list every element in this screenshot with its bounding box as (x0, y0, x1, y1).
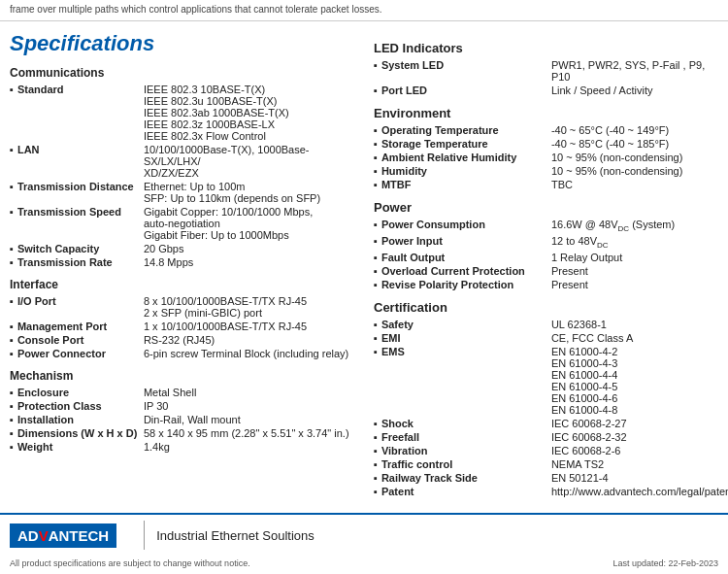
bullet: ▪ (10, 348, 14, 359)
label-switch-capacity: Switch Capacity (17, 243, 144, 254)
bullet: ▪ (10, 441, 14, 453)
bullet: ▪ (10, 295, 14, 307)
logo-antech: ANTECH (49, 527, 110, 544)
value-safety: UL 62368-1 (551, 319, 718, 330)
label-traffic-control: Traffic control (381, 458, 551, 470)
label-power-consumption: Power Consumption (381, 219, 551, 230)
value-switch-capacity: 20 Gbps (144, 243, 354, 254)
spec-traffic-control: ▪ Traffic control NEMA TS2 (374, 458, 718, 470)
label-patent: Patent (381, 486, 551, 497)
spec-fault-output: ▪ Fault Output 1 Relay Output (374, 252, 718, 263)
spec-transmission-speed: ▪ Transmission Speed Gigabit Copper: 10/… (10, 206, 354, 241)
spec-dimensions: ▪ Dimensions (W x H x D) 58 x 140 x 95 m… (10, 427, 354, 439)
spec-installation: ▪ Installation Din-Rail, Wall mount (10, 414, 354, 425)
label-ambient-humidity: Ambient Relative Humidity (381, 152, 551, 163)
value-transmission-rate: 14.8 Mpps (144, 256, 354, 268)
label-mtbf: MTBF (381, 179, 551, 190)
bullet: ▪ (374, 319, 378, 330)
label-overload-current: Overload Current Protection (381, 265, 551, 277)
value-revise-polarity: Present (551, 279, 718, 290)
bullet: ▪ (374, 165, 378, 177)
specs-title: Specifications (10, 31, 354, 56)
spec-ems: ▪ EMS EN 61000-4-2EN 61000-4-3EN 61000-4… (374, 346, 718, 416)
value-patent: http://www.advantech.com/legal/patent (551, 486, 728, 497)
bullet: ▪ (374, 279, 378, 290)
label-dimensions: Dimensions (W x H x D) (17, 427, 144, 439)
footer: ADVANTECH Industrial Ethernet Soultions (0, 513, 728, 556)
spec-console-port: ▪ Console Port RS-232 (RJ45) (10, 334, 354, 346)
spec-revise-polarity: ▪ Revise Polarity Protection Present (374, 279, 718, 290)
spec-protection-class: ▪ Protection Class IP 30 (10, 400, 354, 412)
section-led: LED Indicators (374, 41, 718, 55)
section-interface: Interface (10, 278, 354, 291)
bullet: ▪ (374, 431, 378, 443)
logo-v: V (39, 527, 49, 544)
label-freefall: Freefall (381, 431, 551, 443)
label-humidity: Humidity (381, 165, 551, 177)
value-port-led: Link / Speed / Activity (551, 84, 718, 96)
spec-ambient-humidity: ▪ Ambient Relative Humidity 10 ~ 95% (no… (374, 152, 718, 163)
spec-safety: ▪ Safety UL 62368-1 (374, 319, 718, 330)
footer-logo: ADVANTECH (10, 523, 116, 548)
spec-emi: ▪ EMI CE, FCC Class A (374, 332, 718, 344)
bullet: ▪ (374, 219, 378, 230)
section-mechanism: Mechanism (10, 369, 354, 383)
spec-railway: ▪ Railway Track Side EN 50121-4 (374, 472, 718, 484)
label-transmission-rate: Transmission Rate (17, 256, 144, 268)
value-power-connector: 6-pin screw Terminal Block (including re… (144, 348, 354, 359)
spec-operating-temp: ▪ Operating Temperature -40 ~ 65°C (-40 … (374, 124, 718, 136)
value-mtbf: TBC (551, 179, 718, 190)
spec-vibration: ▪ Vibration IEC 60068-2-6 (374, 445, 718, 456)
left-column: Specifications Communications ▪ Standard… (10, 31, 354, 499)
spec-humidity: ▪ Humidity 10 ~ 95% (non-condensing) (374, 165, 718, 177)
bullet: ▪ (10, 84, 14, 95)
label-weight: Weight (17, 441, 144, 453)
value-enclosure: Metal Shell (144, 387, 354, 398)
bullet: ▪ (10, 400, 14, 412)
label-safety: Safety (381, 319, 551, 330)
top-text: frame over multiple paths which control … (0, 0, 728, 21)
footer-bottom: All product specifications are subject t… (0, 556, 728, 571)
spec-patent: ▪ Patent http://www.advantech.com/legal/… (374, 486, 718, 497)
value-io-port: 8 x 10/100/1000BASE-T/TX RJ-452 x SFP (m… (144, 295, 354, 319)
value-transmission-distance: Ethernet: Up to 100mSFP: Up to 110km (de… (144, 181, 354, 204)
spec-io-port: ▪ I/O Port 8 x 10/100/1000BASE-T/TX RJ-4… (10, 295, 354, 319)
bullet: ▪ (10, 206, 14, 218)
spec-management-port: ▪ Management Port 1 x 10/100/1000BASE-T/… (10, 321, 354, 332)
bullet: ▪ (374, 486, 378, 497)
value-vibration: IEC 60068-2-6 (551, 445, 718, 456)
value-installation: Din-Rail, Wall mount (144, 414, 354, 425)
value-shock: IEC 60068-2-27 (551, 418, 718, 429)
bullet: ▪ (374, 346, 378, 357)
label-management-port: Management Port (17, 321, 144, 332)
bullet: ▪ (374, 235, 378, 247)
bullet: ▪ (10, 181, 14, 192)
bullet: ▪ (374, 265, 378, 277)
spec-freefall: ▪ Freefall IEC 60068-2-32 (374, 431, 718, 443)
bullet: ▪ (10, 334, 14, 346)
spec-weight: ▪ Weight 1.4kg (10, 441, 354, 453)
bullet: ▪ (374, 418, 378, 429)
value-power-input: 12 to 48VDC (551, 235, 718, 250)
spec-power-connector: ▪ Power Connector 6-pin screw Terminal B… (10, 348, 354, 359)
value-management-port: 1 x 10/100/1000BASE-T/TX RJ-45 (144, 321, 354, 332)
spec-standard: ▪ Standard IEEE 802.3 10BASE-T(X)IEEE 80… (10, 84, 354, 142)
bullet: ▪ (374, 138, 378, 150)
label-shock: Shock (381, 418, 551, 429)
footer-last-updated: Last updated: 22-Feb-2023 (612, 558, 718, 568)
footer-brand: ADVANTECH (10, 523, 116, 548)
spec-storage-temp: ▪ Storage Temperature -40 ~ 85°C (-40 ~ … (374, 138, 718, 150)
value-railway: EN 50121-4 (551, 472, 718, 484)
value-dimensions: 58 x 140 x 95 mm (2.28" x 5.51" x 3.74" … (144, 427, 354, 439)
section-environment: Environment (374, 106, 718, 120)
section-communications: Communications (10, 66, 354, 80)
spec-lan: ▪ LAN 10/100/1000Base-T(X), 1000Base-SX/… (10, 144, 354, 179)
right-column: LED Indicators ▪ System LED PWR1, PWR2, … (374, 31, 718, 499)
spec-overload-current: ▪ Overload Current Protection Present (374, 265, 718, 277)
value-transmission-speed: Gigabit Copper: 10/100/1000 Mbps,auto-ne… (144, 206, 354, 241)
value-console-port: RS-232 (RJ45) (144, 334, 354, 346)
spec-system-led: ▪ System LED PWR1, PWR2, SYS, P-Fail , P… (374, 59, 718, 83)
bullet: ▪ (374, 84, 378, 96)
spec-port-led: ▪ Port LED Link / Speed / Activity (374, 84, 718, 96)
label-transmission-speed: Transmission Speed (17, 206, 144, 218)
